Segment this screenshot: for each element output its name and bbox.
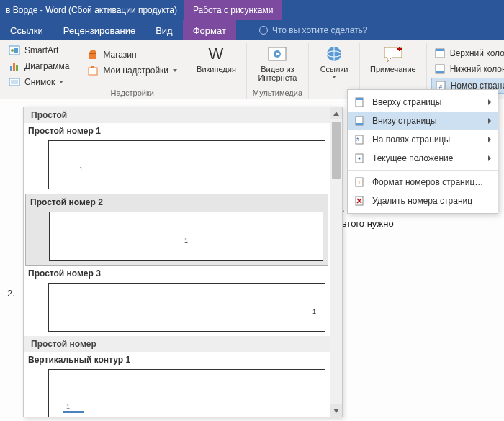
svg-rect-8 [89, 53, 96, 54]
tell-me-search[interactable]: Что вы хотите сделать? [251, 20, 377, 40]
header-icon [434, 47, 446, 59]
chevron-down-icon [332, 75, 336, 79]
svg-point-30 [359, 158, 361, 160]
my-addins-button[interactable]: Мои надстройки [84, 63, 180, 78]
smartart-icon [9, 45, 20, 56]
online-video-button[interactable]: Видео из Интернета [253, 43, 302, 83]
svg-text:W: W [209, 45, 224, 63]
tab-review[interactable]: Рецензирование [53, 20, 145, 40]
gallery-thumb: 1 [48, 369, 325, 417]
wikipedia-icon: W [204, 45, 228, 63]
tell-me-placeholder: Что вы хотите сделать? [272, 25, 368, 35]
chevron-down-icon [173, 68, 177, 73]
store-button[interactable]: Магазин [84, 47, 180, 62]
screenshot-icon [9, 76, 20, 88]
svg-rect-4 [13, 63, 15, 71]
format-icon: 1 [354, 176, 365, 188]
titlebar: в Ворде - Word (Сбой активации продукта)… [0, 0, 504, 20]
context-tab-picture-tools[interactable]: Работа с рисунками [184, 0, 282, 20]
addins-icon [87, 65, 99, 76]
gallery-thumb: 1 [48, 283, 325, 332]
wikipedia-button[interactable]: W Википедия [192, 43, 240, 75]
menu-remove-page-numbers[interactable]: Удалить номера страниц [348, 191, 498, 210]
tab-view[interactable]: Вид [145, 20, 183, 40]
svg-point-1 [11, 49, 14, 52]
svg-text:#: # [356, 137, 359, 142]
links-button[interactable]: Ссылки [315, 43, 354, 81]
menu-separator [348, 170, 498, 171]
svg-rect-26 [356, 123, 363, 125]
lightbulb-icon [259, 26, 268, 35]
comment-icon [382, 45, 405, 63]
gallery-item-vertical-1[interactable]: Вертикальный контур 1 1 [24, 352, 330, 417]
remove-icon [354, 195, 365, 207]
video-icon [266, 45, 289, 63]
new-comment-button[interactable]: Примечание [366, 43, 420, 75]
gallery-thumb: 1 [49, 212, 323, 261]
store-icon [87, 49, 99, 60]
ribbon-group-media: Видео из Интернета Мультимедиа [247, 43, 309, 99]
chevron-right-icon [487, 99, 492, 106]
link-icon [323, 45, 346, 63]
svg-rect-16 [436, 49, 444, 51]
screenshot-button[interactable]: Снимок [6, 75, 72, 89]
page-top-icon [354, 96, 365, 108]
chart-icon [9, 60, 20, 72]
scroll-thumb[interactable] [332, 122, 341, 179]
chart-button[interactable]: Диаграмма [6, 59, 72, 73]
chevron-right-icon [487, 117, 492, 125]
gallery-item-plain-2[interactable]: Простой номер 2 1 [25, 194, 328, 266]
menu-current-position[interactable]: Текущее положение [348, 149, 498, 168]
footer-icon [434, 63, 446, 75]
gallery-item-plain-1[interactable]: Простой номер 1 1 [24, 123, 330, 189]
gallery-thumb: 1 [48, 140, 325, 189]
current-position-icon [354, 153, 365, 164]
menu-page-margins[interactable]: # На полях страницы [348, 130, 498, 149]
page-margins-icon: # [354, 134, 365, 145]
header-dropdown[interactable]: Верхний колонтитул [431, 46, 504, 60]
tab-format[interactable]: Формат [183, 20, 236, 40]
page-number-menu: Вверху страницы Внизу страницы # На поля… [347, 89, 498, 214]
gallery-item-plain-3[interactable]: Простой номер 3 1 [24, 266, 330, 332]
group-label-addins: Надстройки [84, 87, 180, 97]
chevron-right-icon [487, 155, 492, 162]
window-title: в Ворде - Word (Сбой активации продукта) [6, 5, 177, 15]
ribbon-group-wikipedia: W Википедия [186, 43, 247, 99]
gallery-header-simple: Простой [24, 107, 330, 123]
svg-rect-18 [436, 71, 444, 73]
svg-text:1: 1 [358, 180, 361, 185]
group-label-media: Мультимедиа [253, 87, 302, 97]
smartart-button[interactable]: SmartArt [6, 43, 72, 58]
svg-rect-5 [16, 65, 18, 71]
menu-format-page-numbers[interactable]: 1 Формат номеров страниц… [348, 173, 498, 191]
gallery-header-simple-number: Простой номер [24, 336, 330, 352]
svg-rect-3 [10, 66, 12, 71]
list-number: 2. [7, 288, 15, 299]
ribbon-group-addins: Магазин Мои надстройки Надстройки [78, 43, 186, 99]
ribbon-tabs: Ссылки Рецензирование Вид Формат Что вы … [0, 20, 504, 40]
tab-references[interactable]: Ссылки [0, 20, 53, 40]
ribbon-group-illustrations: SmartArt Диаграмма Снимок [0, 43, 78, 99]
menu-bottom-of-page[interactable]: Внизу страницы [348, 112, 498, 130]
svg-rect-2 [14, 48, 18, 53]
page-bottom-icon [354, 115, 365, 127]
scroll-up-icon[interactable] [330, 107, 342, 119]
gallery-body: Простой Простой номер 1 1 Простой номер … [24, 107, 330, 417]
scroll-down-icon[interactable] [330, 404, 342, 417]
chevron-down-icon [59, 80, 63, 84]
svg-rect-7 [11, 80, 18, 84]
footer-dropdown[interactable]: Нижний колонтитул [431, 62, 504, 76]
svg-rect-9 [89, 68, 97, 75]
svg-rect-24 [356, 98, 363, 100]
gallery-scrollbar[interactable] [330, 107, 342, 417]
page-number-gallery: Простой Простой номер 1 1 Простой номер … [23, 107, 343, 417]
chevron-right-icon [487, 136, 492, 143]
menu-top-of-page[interactable]: Вверху страницы [348, 93, 498, 112]
